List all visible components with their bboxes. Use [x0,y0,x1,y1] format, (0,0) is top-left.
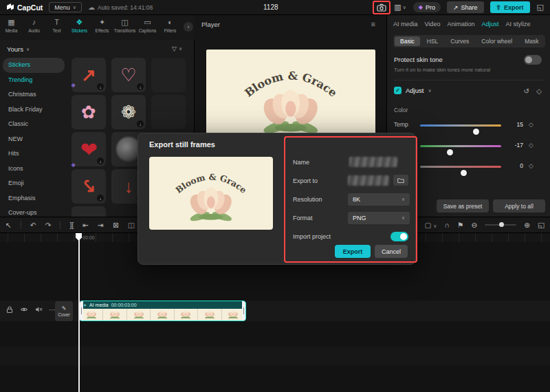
fullscreen-button[interactable]: ◱ [536,3,544,12]
duplicate-button[interactable]: ◫ [128,221,135,229]
category-christmas[interactable]: Christmas [3,87,70,102]
export-still-frame-button[interactable] [376,3,387,12]
tab-audio[interactable]: ♪Audio [23,18,45,40]
saturation-slider[interactable] [420,166,501,168]
category-cover-ups[interactable]: Cover-ups [3,206,70,217]
tab-animation[interactable]: Animation [447,21,474,28]
subtab-hsl[interactable]: HSL [421,36,444,46]
tab-text[interactable]: TText [45,18,68,40]
tab-filters[interactable]: ◐Filters [159,18,182,40]
select-tool-button[interactable]: ↖ [6,221,12,229]
slider-knob[interactable] [499,222,504,227]
zoom-out-button[interactable]: ⊖ [471,221,477,229]
sticker-pink-flower[interactable]: ✿ [72,95,106,129]
redo-button[interactable]: ↷ [45,221,52,229]
download-icon[interactable]: ↓ [97,195,104,202]
lock-icon[interactable] [6,305,14,314]
timeline-zoom-slider[interactable] [485,224,516,226]
category-classic[interactable]: Classic [3,117,70,132]
keyframe-button[interactable]: ◇ [536,87,542,95]
dialog-cancel-button[interactable]: Cancel [375,245,408,258]
sticker-curved-arrow[interactable]: ↪↓ [72,169,106,204]
category-emphasis[interactable]: Emphasis [3,191,70,206]
sticker-glossy-heart[interactable]: ❤↓ [72,132,106,166]
tab-media[interactable]: ▦Media [0,18,23,40]
download-icon[interactable]: ↓ [97,83,104,90]
delete-button[interactable]: ⊠ [113,221,119,229]
player-menu-button[interactable]: ≡ [367,19,380,29]
category-emoji[interactable]: Emoji [3,176,70,191]
browse-folder-button[interactable] [393,175,408,186]
menu-button[interactable]: Menu ∨ [49,2,82,12]
tab-effects[interactable]: ✦Effects [91,18,113,40]
slider-knob[interactable] [447,149,453,155]
tab-video[interactable]: Video [425,21,441,28]
category-black-friday[interactable]: Black Friday [3,102,70,118]
subtab-mask[interactable]: Mask [519,36,544,46]
tab-adjust[interactable]: Adjust [481,21,498,28]
import-project-toggle[interactable] [390,232,408,241]
marker-flag-button[interactable]: ⚑ [457,221,463,229]
download-icon[interactable]: ↓ [137,83,144,90]
slider-knob[interactable] [461,170,467,176]
tab-stickers[interactable]: ❖Stickers [68,18,91,40]
split-button[interactable]: ][ [69,221,74,229]
snap-magnet-button[interactable]: ∩ [444,221,450,229]
tint-slider[interactable] [420,145,501,147]
playhead-line[interactable] [78,233,80,392]
subtab-basic[interactable]: Basic [395,36,420,46]
share-button[interactable]: ↗ Share [447,1,484,13]
layout-panels-button[interactable]: ▥ ∨ [393,3,407,12]
yours-dropdown[interactable]: Yours ∨ [7,45,30,53]
delete-left-button[interactable]: ⇤ [82,221,89,229]
category-new[interactable]: NEW [3,132,70,147]
chevron-down-icon[interactable]: ∨ [428,88,431,94]
zoom-in-button[interactable]: ⊕ [524,221,530,229]
eye-icon[interactable] [20,305,28,314]
delete-right-button[interactable]: ⇥ [98,221,104,229]
reset-adjust-button[interactable]: ↺ [524,87,529,95]
cover-button[interactable]: ✎ Cover [55,301,73,321]
download-icon[interactable]: ↓ [137,120,144,127]
category-trending[interactable]: Trending [3,73,70,88]
tabs-overflow-button[interactable]: › [184,22,193,32]
slider-knob[interactable] [473,129,479,135]
filter-button[interactable]: ▽ ∨ [172,45,182,52]
tab-transitions[interactable]: ◫Transitions [113,18,136,40]
tab-ai-media[interactable]: AI media [393,21,418,28]
copy-options-button[interactable]: ▢ ∨ [425,221,437,229]
sticker-teal-arrow[interactable]: ↘ [72,206,106,217]
export-path-redacted[interactable] [348,175,389,186]
format-select[interactable]: PNG ∨ [348,212,410,224]
export-button[interactable]: ⇧ Export [490,1,530,13]
clip-trim-handle-right[interactable] [242,301,245,320]
keyframe-button[interactable]: ◇ [529,162,534,169]
sticker-sketch-heart[interactable]: ♡↓ [111,58,146,92]
dialog-export-button[interactable]: Export [335,245,371,258]
sticker-red-arrow[interactable]: ↗↓ [72,58,106,92]
preview-canvas[interactable] [206,50,375,144]
name-input-redacted[interactable] [349,157,397,167]
adjust-checkbox[interactable]: ✓ [394,87,402,94]
timeline-clip-ai-media[interactable]: ✦ AI media 00:00:03:00 [79,301,246,321]
sticker-white-petals[interactable]: ❁↓ [111,95,146,129]
keyframe-button[interactable]: ◇ [529,142,534,149]
undo-button[interactable]: ↶ [30,221,36,229]
category-hits[interactable]: Hits [3,146,70,162]
tab-ai-stylize[interactable]: AI stylize [505,21,530,28]
pro-badge[interactable]: ◆ Pro [413,2,441,12]
protect-skin-tone-toggle[interactable] [524,55,542,65]
resolution-select[interactable]: 8K ∨ [348,193,410,206]
mute-speaker-icon[interactable] [34,305,43,314]
fit-timeline-button[interactable]: ◱ [538,221,544,229]
apply-to-all-button[interactable]: Apply to all [493,199,545,213]
keyframe-button[interactable]: ◇ [529,121,534,128]
temp-slider[interactable] [420,124,501,127]
tab-captions[interactable]: ▭Captions [136,18,159,40]
subtab-curves[interactable]: Curves [445,36,474,46]
download-icon[interactable]: ↓ [97,157,104,164]
category-icons[interactable]: Icons [3,162,70,177]
save-as-preset-button[interactable]: Save as preset [437,199,489,213]
subtab-color-wheel[interactable]: Color wheel [476,36,518,46]
category-stickers[interactable]: Stickers [3,58,65,73]
